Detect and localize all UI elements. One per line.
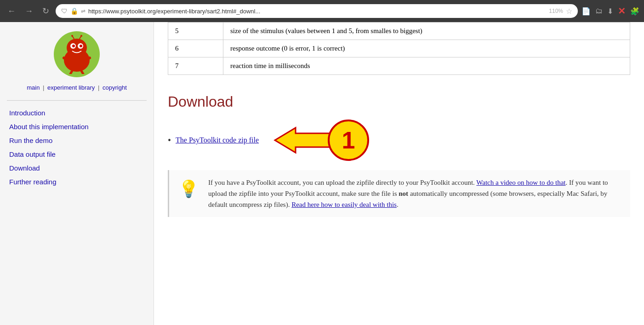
info-text: If you have a PsyToolkit account, you ca… bbox=[208, 177, 621, 210]
close-icon[interactable]: ✕ bbox=[618, 6, 626, 17]
sidebar: main | experiment library | copyright In… bbox=[0, 22, 154, 325]
extensions-icon[interactable]: 🧩 bbox=[630, 7, 639, 16]
annotation-number: 1 bbox=[328, 120, 369, 161]
browser-chrome: ← → ↻ 🛡 🔒 ⇌ https://www.psytoolkit.org/e… bbox=[0, 0, 644, 22]
pocket-icon[interactable]: 🗂 bbox=[595, 7, 603, 15]
sidebar-item-further-reading[interactable]: Further reading bbox=[9, 177, 147, 188]
info-text-end: . bbox=[397, 201, 399, 208]
svg-point-4 bbox=[72, 45, 75, 47]
data-table: 5 size of the stimulus (values between 1… bbox=[168, 22, 630, 75]
logo-container bbox=[7, 31, 147, 77]
shield-icon: 🛡 bbox=[61, 7, 68, 15]
video-link[interactable]: Watch a video on how to do that bbox=[476, 179, 565, 186]
nav-main-link[interactable]: main bbox=[27, 84, 40, 91]
svg-point-13 bbox=[80, 35, 82, 37]
table-cell-desc: size of the stimulus (values between 1 a… bbox=[223, 23, 630, 40]
table-cell-num: 7 bbox=[168, 57, 223, 75]
sidebar-item-introduction[interactable]: Introduction bbox=[9, 108, 147, 119]
info-box: 💡 If you have a PsyToolkit account, you … bbox=[168, 170, 630, 217]
table-cell-num: 5 bbox=[168, 23, 223, 40]
sidebar-divider bbox=[7, 100, 147, 101]
zoom-badge[interactable]: 110% bbox=[549, 8, 563, 14]
nav-links: main | experiment library | copyright bbox=[7, 84, 147, 91]
download-link-row: The PsyToolkit code zip file 1 bbox=[168, 120, 630, 161]
info-bold-text: not bbox=[399, 190, 408, 197]
table-row: 6 response outcome (0 is error, 1 is cor… bbox=[168, 40, 630, 57]
section-title: Download bbox=[168, 93, 630, 110]
arrow-annotation bbox=[273, 124, 332, 156]
table-cell-desc: response outcome (0 is error, 1 is corre… bbox=[223, 40, 630, 57]
nav-experiment-library-link[interactable]: experiment library bbox=[47, 84, 95, 91]
reader-mode-icon[interactable]: 📄 bbox=[581, 7, 591, 16]
svg-line-9 bbox=[81, 71, 83, 74]
route-icon: ⇌ bbox=[81, 8, 85, 14]
bulb-icon: 💡 bbox=[178, 179, 199, 199]
download-section: Download The PsyToolkit code zip file 1 bbox=[168, 89, 630, 217]
forward-button[interactable]: → bbox=[22, 5, 36, 18]
main-content: 5 size of the stimulus (values between 1… bbox=[154, 22, 644, 325]
nav-separator-2: | bbox=[98, 84, 99, 91]
nav-copyright-link[interactable]: copyright bbox=[103, 84, 127, 91]
address-bar[interactable]: 🛡 🔒 ⇌ https://www.psytoolkit.org/experim… bbox=[56, 4, 578, 18]
download-icon[interactable]: ⬇ bbox=[607, 7, 613, 16]
logo-circle bbox=[54, 31, 100, 77]
sidebar-nav: Introduction About this implementation R… bbox=[7, 108, 147, 188]
svg-point-1 bbox=[67, 39, 87, 57]
sidebar-item-download[interactable]: Download bbox=[9, 163, 147, 174]
svg-point-5 bbox=[80, 45, 82, 47]
nav-separator-1: | bbox=[43, 84, 44, 91]
table-row: 5 size of the stimulus (values between 1… bbox=[168, 23, 630, 40]
info-text-before: If you have a PsyToolkit account, you ca… bbox=[208, 179, 476, 186]
table-row: 7 reaction time in milliseconds bbox=[168, 57, 630, 75]
svg-marker-14 bbox=[275, 128, 332, 153]
sidebar-item-data-output[interactable]: Data output file bbox=[9, 149, 147, 160]
lock-icon: 🔒 bbox=[70, 7, 78, 15]
back-button[interactable]: ← bbox=[5, 5, 18, 18]
read-link[interactable]: Read here how to easily deal with this bbox=[291, 201, 397, 208]
monster-logo-svg bbox=[58, 35, 95, 74]
sidebar-item-about[interactable]: About this implementation bbox=[9, 121, 147, 132]
reload-button[interactable]: ↻ bbox=[40, 4, 52, 18]
chrome-actions: 📄 🗂 ⬇ ✕ 🧩 bbox=[581, 6, 639, 17]
page-layout: main | experiment library | copyright In… bbox=[0, 22, 644, 325]
sidebar-item-run-demo[interactable]: Run the demo bbox=[9, 135, 147, 146]
table-cell-desc: reaction time in milliseconds bbox=[223, 57, 630, 75]
url-text: https://www.psytoolkit.org/experiment-li… bbox=[88, 8, 546, 15]
table-cell-num: 6 bbox=[168, 40, 223, 57]
bookmark-icon[interactable]: ☆ bbox=[566, 7, 572, 16]
svg-line-8 bbox=[70, 71, 72, 74]
zip-file-link[interactable]: The PsyToolkit code zip file bbox=[176, 136, 259, 144]
annotation-container: 1 bbox=[273, 120, 369, 161]
svg-point-11 bbox=[71, 35, 73, 37]
